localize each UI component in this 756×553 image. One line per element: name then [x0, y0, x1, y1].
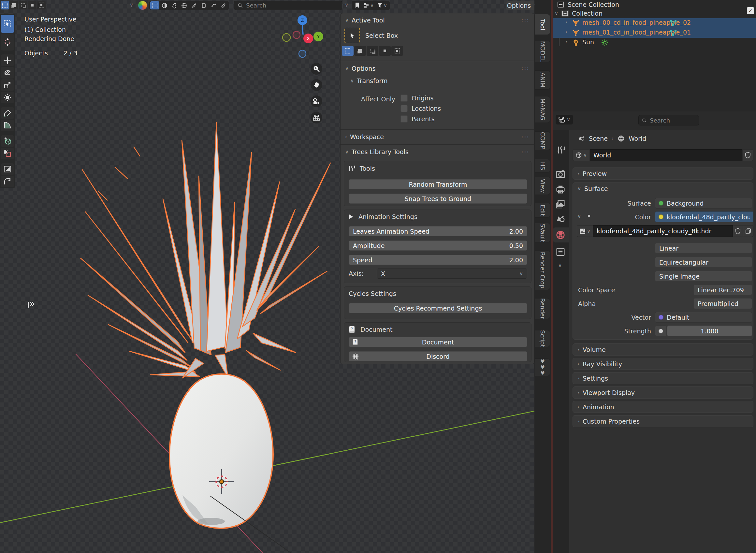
interpolation-dropdown[interactable]: Linear [655, 243, 752, 253]
tool-corner-button[interactable] [1, 176, 14, 187]
tab-tool-properties[interactable] [556, 145, 565, 155]
panel-drag-dots-icon[interactable]: :::: [521, 134, 529, 139]
tab-script[interactable]: Script [535, 330, 551, 347]
tab-edit[interactable]: Edit [535, 203, 551, 218]
select-mode-extend-button[interactable] [10, 1, 18, 9]
more-tabs-chevron-icon[interactable]: ∨ [558, 263, 562, 268]
properties-search-input[interactable] [649, 117, 695, 124]
projection-dropdown[interactable]: Equirectangular [655, 257, 752, 267]
app-logo-icon[interactable] [138, 1, 147, 10]
amplitude-slider[interactable]: Amplitude0.50 [349, 240, 527, 251]
sb-select-invert-button[interactable] [379, 46, 391, 56]
color-value-field[interactable]: kloofendal_48d_partly_cloudy_8k. [655, 212, 753, 222]
tab-world-properties-active[interactable] [553, 227, 569, 242]
trees-library-header[interactable]: ∨ Trees Library Tools [345, 148, 409, 155]
panel-drag-dots-icon[interactable]: :::: [521, 17, 529, 22]
tab-svault[interactable]: SVault [535, 223, 551, 242]
scene-collection-row[interactable]: Scene Collection [558, 1, 619, 8]
tool-add-primitive-button[interactable] [1, 135, 14, 147]
header-search-input[interactable] [245, 2, 339, 9]
editor-type-button[interactable]: ∨ [556, 115, 573, 125]
strength-slider[interactable]: 1.000 [667, 326, 752, 336]
select-mode-new-button[interactable] [1, 1, 9, 9]
tab-manag[interactable]: MANAG [535, 96, 551, 123]
sb-select-subtract-button[interactable] [366, 46, 378, 56]
tab-scene-properties[interactable] [556, 215, 565, 224]
tab-render-crop[interactable]: Render Crop [535, 250, 551, 290]
header-collapse-chevron-icon[interactable]: ∨ [130, 2, 133, 8]
active-tool-header[interactable]: ∨ Active Tool [345, 17, 385, 24]
search-options-chevron-icon[interactable]: ∨ [345, 2, 348, 8]
animation-settings-header[interactable]: Animation Settings [348, 213, 417, 220]
tab-anim[interactable]: ANIM [535, 70, 551, 90]
preview-panel-header[interactable]: › Preview [573, 167, 753, 179]
zoom-button[interactable] [311, 63, 322, 75]
discord-button[interactable]: Discord [349, 351, 527, 362]
camera-view-button[interactable] [311, 95, 322, 107]
outliner-row-mesh-00[interactable]: › mesh_00_cd_in_food_pineapple_02 [553, 18, 756, 28]
image-type-dropdown[interactable]: ∨ [577, 225, 593, 237]
locations-checkbox[interactable] [401, 105, 408, 112]
tool-cursor-button[interactable] [1, 33, 14, 51]
panel-drag-dots-icon[interactable]: :::: [521, 149, 529, 154]
breadcrumb-scene[interactable]: Scene [589, 135, 608, 142]
surface-panel-header[interactable]: ∨ Surface [577, 185, 608, 192]
leaves-speed-slider[interactable]: Leaves Animation Speed2.00 [349, 226, 527, 236]
bookmark-icon[interactable] [354, 2, 360, 8]
ortho-toggle-button[interactable] [311, 112, 322, 124]
vector-field[interactable]: Default [655, 312, 752, 323]
select-mode-intersect-button[interactable] [37, 1, 46, 9]
outliner-row-mesh-01[interactable]: › mesh_01_cd_in_food_pineapple_01 [553, 28, 756, 38]
navigation-gizmo[interactable]: Z X Y [280, 13, 326, 59]
image-fake-user-button[interactable] [733, 225, 743, 237]
gizmo-neg-y[interactable] [282, 33, 290, 42]
surface-value-field[interactable]: Background [655, 198, 752, 209]
axis-dropdown[interactable]: X ∨ [377, 268, 527, 279]
collection-checkbox[interactable]: ✓ [747, 7, 754, 14]
tab-object-properties[interactable] [556, 247, 565, 257]
image-name-field[interactable]: kloofendal_48d_partly_cloudy_8k.hdr [593, 225, 733, 237]
mode-globe-icon[interactable] [180, 1, 189, 9]
panel-drag-dots-icon[interactable]: :::: [521, 66, 529, 71]
colorspace-dropdown[interactable]: Linear Rec.709 [693, 285, 752, 295]
tool-knife-cube-button[interactable] [1, 148, 14, 159]
properties-search[interactable] [638, 115, 699, 126]
mode-sphere-icon[interactable] [160, 1, 169, 9]
outliner-row-sun[interactable]: › Sun [553, 38, 756, 48]
gizmo-neg-z[interactable] [299, 50, 306, 57]
custom-properties-panel-header[interactable]: ›Custom Properties [573, 415, 753, 427]
animation-panel-header[interactable]: ›Animation [573, 401, 753, 413]
select-box-tool-icon[interactable] [344, 28, 360, 43]
tab-tool[interactable]: Tool [535, 14, 551, 35]
workspace-section-header[interactable]: › Workspace [345, 133, 384, 141]
origins-checkbox[interactable] [401, 94, 408, 102]
select-mode-subtract-button[interactable] [19, 1, 27, 9]
tab-view[interactable]: View [535, 177, 551, 195]
pineapple-leaves[interactable] [81, 123, 330, 378]
select-mode-invert-button[interactable] [28, 1, 36, 9]
pineapple-body[interactable] [169, 374, 273, 528]
mode-select-box-icon[interactable] [150, 1, 159, 9]
tool-image-button[interactable] [1, 163, 14, 175]
mode-droplet-icon[interactable] [170, 1, 179, 9]
tab-comp[interactable]: COMP [535, 131, 551, 150]
pan-button[interactable] [311, 79, 322, 91]
sb-select-new-button[interactable] [342, 46, 353, 56]
cycles-recommend-button[interactable]: Cycles Recommend Settings [349, 303, 527, 313]
mode-physics-icon[interactable] [219, 1, 228, 9]
image-copy-button[interactable] [743, 225, 753, 237]
gizmo-neg-x[interactable] [293, 31, 300, 38]
volume-panel-header[interactable]: ›Volume [573, 343, 753, 356]
settings-panel-header[interactable]: ›Settings [573, 372, 753, 384]
sb-select-intersect-button[interactable] [391, 46, 403, 56]
mode-brush-icon[interactable] [189, 1, 198, 9]
tool-annotate-button[interactable] [1, 107, 14, 119]
tab-model[interactable]: MODEL [535, 41, 551, 62]
collection-row[interactable]: ∨ Collection [555, 10, 602, 17]
breadcrumb-world[interactable]: World [628, 135, 646, 142]
mode-curve-icon[interactable] [209, 1, 218, 9]
tab-hearts[interactable]: ♥♥♥ [535, 359, 551, 376]
tool-select-box-button[interactable] [1, 15, 14, 33]
filter-dropdown[interactable]: ∨ [377, 2, 387, 8]
options-section-header[interactable]: ∨ Options [345, 65, 375, 72]
